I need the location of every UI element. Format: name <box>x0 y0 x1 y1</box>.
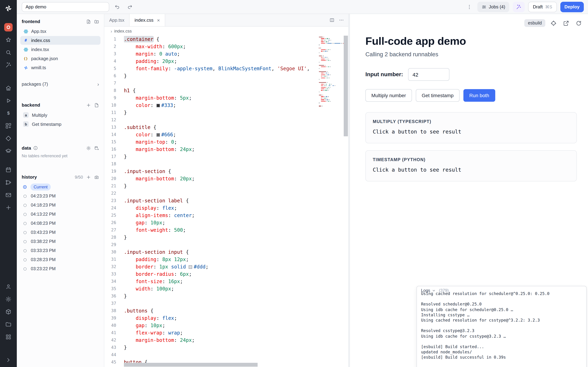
history-entry[interactable]: 03:28:23 PM <box>22 255 99 264</box>
blocks-icon[interactable] <box>3 121 13 131</box>
add-runnable-icon[interactable] <box>86 103 91 108</box>
diamond-icon[interactable] <box>3 133 13 143</box>
code-line-26[interactable]: 26 gap: 10px; <box>104 219 348 226</box>
home-icon[interactable] <box>3 83 13 93</box>
tab-App.tsx[interactable]: App.tsx <box>104 14 130 26</box>
color-swatch[interactable] <box>189 265 192 269</box>
input-number-field[interactable] <box>408 68 449 81</box>
add-table-icon[interactable] <box>94 146 99 150</box>
sidebar-file-index.css[interactable]: #index.css <box>20 36 100 45</box>
history-entry[interactable]: 04:08:23 PM <box>22 219 99 228</box>
add-snapshot-icon[interactable] <box>86 175 91 179</box>
calendar-icon[interactable] <box>3 165 13 175</box>
ai-wand-button[interactable] <box>513 1 525 12</box>
history-entry[interactable]: 03:43:23 PM <box>22 228 99 237</box>
rail-expand-chevron-icon[interactable] <box>3 355 13 365</box>
code-line-43[interactable]: 43} <box>104 344 348 351</box>
code-line-2[interactable]: 2 max-width: 600px; <box>104 43 348 50</box>
code-line-10[interactable]: 10 color: #333; <box>104 102 348 109</box>
camera-icon[interactable] <box>94 175 99 179</box>
code-line-25[interactable]: 25 align-items: center; <box>104 212 348 219</box>
packages-row[interactable]: packages (7) › <box>22 81 99 87</box>
history-entry[interactable]: 03:33:23 PM <box>22 246 99 255</box>
vertical-scrollbar-thumb[interactable] <box>344 36 348 136</box>
code-line-38[interactable]: 38.buttons { <box>104 307 348 315</box>
folder-icon[interactable] <box>3 319 13 329</box>
code-line-20[interactable]: 20 margin-bottom: 20px; <box>104 175 348 183</box>
draft-button[interactable]: Draft ⌘S <box>528 1 557 12</box>
code-line-17[interactable]: 17} <box>104 153 348 160</box>
code-line-21[interactable]: 21} <box>104 183 348 190</box>
jobs-button[interactable]: Jobs (4) <box>477 1 510 12</box>
new-folder-icon[interactable] <box>94 19 99 24</box>
code-line-22[interactable]: 22 <box>104 190 348 197</box>
code-line-27[interactable]: 27 font-weight: 500; <box>104 226 348 234</box>
code-line-11[interactable]: 11} <box>104 109 348 117</box>
code-line-29[interactable]: 29 <box>104 241 348 249</box>
history-entry[interactable]: 04:23:23 PM <box>22 192 99 201</box>
multiply-number-button[interactable]: Multiply number <box>365 89 412 102</box>
refresh-icon[interactable] <box>574 18 583 28</box>
code-line-13[interactable]: 13.subtitle { <box>104 124 348 131</box>
code-line-30[interactable]: 30.input-section input { <box>104 249 348 256</box>
wand-icon[interactable] <box>3 60 13 70</box>
code-line-42[interactable]: 42 margin-bottom: 24px; <box>104 337 348 344</box>
history-entry[interactable]: 03:38:22 PM <box>22 237 99 246</box>
code-line-8[interactable]: 8h1 { <box>104 87 348 94</box>
app-name-input[interactable] <box>22 2 109 12</box>
graduation-cap-icon[interactable] <box>3 146 13 156</box>
history-entry[interactable]: 04:13:22 PM <box>22 210 99 219</box>
more-options-icon[interactable] <box>339 17 344 23</box>
open-external-icon[interactable] <box>562 18 571 28</box>
code-area[interactable]: 1.container {2 max-width: 600px;3 margin… <box>104 36 348 367</box>
color-swatch[interactable] <box>156 104 160 107</box>
code-line-31[interactable]: 31 padding: 8px 12px; <box>104 256 348 263</box>
kebab-menu-icon[interactable] <box>465 2 474 11</box>
backend-runnable-multiply[interactable]: aMultiply <box>22 110 99 119</box>
app-badge-icon[interactable] <box>3 22 13 32</box>
code-line-40[interactable]: 40 gap: 10px; <box>104 322 348 329</box>
code-line-6[interactable]: 6} <box>104 72 348 80</box>
package-icon[interactable] <box>3 307 13 317</box>
sidebar-file-package.json[interactable]: {}package.json <box>20 54 100 63</box>
grid-icon[interactable] <box>3 332 13 342</box>
get-timestamp-button[interactable]: Get timestamp <box>416 89 459 102</box>
code-line-36[interactable]: 36} <box>104 292 348 300</box>
code-line-9[interactable]: 9 margin-bottom: 5px; <box>104 94 348 102</box>
data-settings-gear-icon[interactable] <box>86 146 91 150</box>
color-swatch[interactable] <box>156 133 160 137</box>
code-line-14[interactable]: 14 color: #666; <box>104 131 348 138</box>
code-line-39[interactable]: 39 display: flex; <box>104 315 348 322</box>
search-icon[interactable] <box>3 48 13 57</box>
split-view-icon[interactable] <box>329 17 335 23</box>
logs-body[interactable]: Using cached resolution for scheduler@^0… <box>417 291 586 363</box>
close-tab-icon[interactable]: × <box>157 18 160 23</box>
inspect-crosshair-icon[interactable] <box>549 18 558 28</box>
sidebar-file-index.tsx[interactable]: index.tsx <box>20 45 100 54</box>
code-line-15[interactable]: 15 margin-top: 0; <box>104 138 348 146</box>
run-both-button[interactable]: Run both <box>463 89 495 102</box>
code-line-16[interactable]: 16 margin-bottom: 24px; <box>104 146 348 153</box>
history-entry[interactable]: 04:18:23 PM <box>22 201 99 210</box>
code-line-28[interactable]: 28} <box>104 234 348 241</box>
code-line-19[interactable]: 19.input-section { <box>104 168 348 175</box>
code-line-41[interactable]: 41 flex-wrap: wrap; <box>104 329 348 337</box>
new-file-icon[interactable] <box>86 19 91 24</box>
bundler-badge[interactable]: esbuild <box>525 19 545 27</box>
minimap[interactable] <box>319 37 337 107</box>
sidebar-file-App.tsx[interactable]: App.tsx <box>20 27 100 36</box>
backend-runnable-get-timestamp[interactable]: bGet timestamp <box>22 119 99 129</box>
gear-icon[interactable] <box>3 294 13 304</box>
code-line-37[interactable]: 37 <box>104 300 348 307</box>
vertical-scrollbar[interactable] <box>343 36 348 367</box>
redo-icon[interactable] <box>125 2 134 11</box>
code-line-34[interactable]: 34 font-size: 16px; <box>104 278 348 285</box>
horizontal-scrollbar-thumb[interactable] <box>124 363 258 367</box>
code-line-33[interactable]: 33 border-radius: 6px; <box>104 271 348 278</box>
code-line-35[interactable]: 35 width: 100px; <box>104 285 348 292</box>
history-current-row[interactable]: Current <box>22 183 99 192</box>
dollar-icon[interactable]: $ <box>3 108 13 118</box>
code-line-3[interactable]: 3 margin: 0 auto; <box>104 50 348 58</box>
undo-icon[interactable] <box>113 2 122 11</box>
code-line-7[interactable]: 7 <box>104 80 348 87</box>
